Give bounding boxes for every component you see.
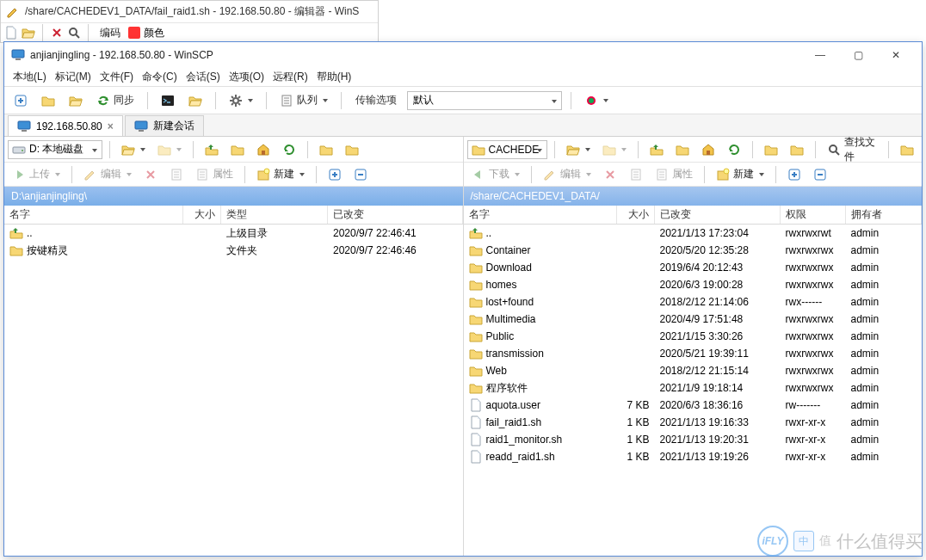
remote-file-list[interactable]: ..2021/1/13 17:23:04rwxrwxrwtadminContai… — [464, 225, 923, 556]
terminal-button[interactable] — [157, 90, 179, 111]
col-size[interactable]: 大小 — [183, 206, 221, 224]
local-panel: D: 本地磁盘 上传 编辑 属性 — [4, 137, 464, 556]
local-expand-button[interactable] — [324, 164, 346, 185]
list-item[interactable]: readd_raid1.sh1 KB2021/1/13 19:19:26rwxr… — [464, 448, 923, 465]
rcol-name[interactable]: 名字 — [464, 206, 617, 224]
queue-button[interactable]: 队列 — [275, 90, 332, 111]
menu-file[interactable]: 文件(F) — [100, 70, 133, 84]
remote-parent-button[interactable] — [645, 139, 668, 160]
rcol-rights[interactable]: 权限 — [781, 206, 846, 224]
menu-mark[interactable]: 标记(M) — [55, 70, 91, 84]
find-files-button[interactable]: 查找文件 — [823, 139, 882, 160]
btn-compare[interactable] — [37, 90, 59, 111]
list-item[interactable]: 程序软件2021/1/9 19:18:14rwxrwxrwxadmin — [464, 379, 923, 397]
col-type[interactable]: 类型 — [221, 206, 328, 224]
explorer-button[interactable] — [184, 90, 207, 111]
remote-delete-button[interactable] — [599, 164, 621, 185]
local-edit-button[interactable]: 编辑 — [79, 164, 136, 185]
remote-refresh-button[interactable] — [723, 139, 745, 160]
menu-help[interactable]: 帮助(H) — [317, 70, 352, 84]
col-name[interactable]: 名字 — [4, 206, 183, 224]
local-file-list[interactable]: ..上级目录2020/9/7 22:46:41按键精灵文件夹2020/9/7 2… — [4, 225, 463, 556]
menu-option[interactable]: 选项(O) — [229, 70, 264, 84]
list-item[interactable]: Web2018/2/12 21:15:14rwxrwxrwxadmin — [464, 362, 923, 379]
local-back-button[interactable] — [117, 139, 150, 160]
local-delete-button[interactable] — [139, 164, 162, 185]
download-button[interactable]: 下载 — [467, 164, 524, 185]
file-name: homes — [486, 279, 517, 291]
local-bookmark2[interactable] — [341, 139, 363, 160]
btn-sync-browse[interactable] — [65, 90, 87, 111]
local-root-button[interactable] — [226, 139, 249, 160]
list-item[interactable]: Multimedia2020/4/9 17:51:48rwxrwxrwxadmi… — [464, 311, 923, 328]
list-item[interactable]: homes2020/6/3 19:00:28rwxrwxrwxadmin — [464, 276, 923, 293]
local-props-button[interactable]: 属性 — [191, 164, 238, 185]
list-item[interactable]: Container2020/5/20 12:35:28rwxrwxrwxadmi… — [464, 242, 923, 259]
color-swatch[interactable] — [128, 27, 140, 39]
remote-new-button[interactable]: 新建 — [712, 164, 769, 185]
rcol-changed[interactable]: 已改变 — [655, 206, 781, 224]
up-icon — [9, 226, 23, 240]
menu-command[interactable]: 命令(C) — [142, 70, 177, 84]
remote-fwd-button[interactable] — [598, 139, 631, 160]
rcol-owner[interactable]: 拥有者 — [846, 206, 923, 224]
list-item[interactable]: Download2019/6/4 20:12:43rwxrwxrwxadmin — [464, 259, 923, 276]
remote-props-button[interactable]: 属性 — [651, 164, 697, 185]
remote-root-button[interactable] — [671, 139, 694, 160]
remote-drive-combo[interactable]: CACHEDE — [467, 140, 548, 159]
remote-edit-button[interactable]: 编辑 — [539, 164, 596, 185]
local-bookmark1[interactable] — [315, 139, 337, 160]
compare-icon — [41, 94, 55, 108]
btn-server-1[interactable] — [9, 90, 32, 111]
close-tab-icon[interactable]: × — [108, 120, 114, 132]
menu-local[interactable]: 本地(L) — [13, 70, 46, 84]
list-item[interactable]: ..上级目录2020/9/7 22:46:41 — [4, 225, 463, 242]
sync-button[interactable]: 同步 — [92, 90, 139, 111]
new-session-tab[interactable]: 新建会话 — [125, 115, 204, 136]
list-item[interactable]: 按键精灵文件夹2020/9/7 22:46:46 — [4, 242, 463, 259]
toggle-button[interactable] — [580, 90, 613, 111]
remote-home-button[interactable] — [697, 139, 719, 160]
local-collapse-button[interactable] — [349, 164, 372, 185]
local-parent-button[interactable] — [201, 139, 223, 160]
close-button[interactable]: ✕ — [877, 42, 915, 68]
transfer-preset-combo[interactable]: 默认 — [407, 91, 562, 110]
remote-bookmark2[interactable] — [786, 139, 808, 160]
encoding-label[interactable]: 编码 — [96, 23, 125, 42]
settings-button[interactable] — [225, 90, 257, 111]
remote-rename-button[interactable] — [625, 164, 647, 185]
list-item[interactable]: lost+found2018/2/12 21:14:06rwx------adm… — [464, 293, 923, 311]
remote-back-button[interactable] — [562, 139, 595, 160]
list-item[interactable]: raid1_monitor.sh1 KB2021/1/13 19:20:31rw… — [464, 431, 923, 448]
session-tab[interactable]: 192.168.50.80 × — [8, 115, 123, 136]
file-name: fail_raid1.sh — [486, 416, 542, 428]
local-path[interactable]: D:\anjianjingling\ — [4, 187, 463, 206]
list-item[interactable]: aquota.user7 KB2020/6/3 18:36:16rw------… — [464, 397, 923, 414]
remote-header[interactable]: 名字 大小 已改变 权限 拥有者 — [464, 206, 923, 225]
minimize-button[interactable]: — — [801, 42, 839, 68]
menu-remote[interactable]: 远程(R) — [273, 70, 308, 84]
local-home-button[interactable] — [252, 139, 275, 160]
rcol-size[interactable]: 大小 — [617, 206, 655, 224]
remote-bookmark1[interactable] — [760, 139, 782, 160]
local-new-button[interactable]: 新建 — [252, 164, 309, 185]
remote-collapse-button[interactable] — [809, 164, 831, 185]
remote-expand-button[interactable] — [783, 164, 806, 185]
col-changed[interactable]: 已改变 — [328, 206, 463, 224]
remote-extra-button[interactable] — [896, 139, 918, 160]
local-refresh-button[interactable] — [278, 139, 300, 160]
local-fwd-button[interactable] — [153, 139, 186, 160]
list-item[interactable]: transmission2020/5/21 19:39:11rwxrwxrwxa… — [464, 345, 923, 362]
local-rename-button[interactable] — [165, 164, 188, 185]
remote-path[interactable]: /share/CACHEDEV1_DATA/ — [464, 187, 923, 206]
local-header[interactable]: 名字 大小 类型 已改变 — [4, 206, 463, 225]
titlebar[interactable]: anjianjingling - 192.168.50.80 - WinSCP … — [4, 42, 922, 68]
menu-session[interactable]: 会话(S) — [186, 70, 220, 84]
menubar[interactable]: 本地(L) 标记(M) 文件(F) 命令(C) 会话(S) 选项(O) 远程(R… — [4, 68, 922, 87]
maximize-button[interactable]: ▢ — [839, 42, 877, 68]
list-item[interactable]: ..2021/1/13 17:23:04rwxrwxrwtadmin — [464, 225, 923, 242]
list-item[interactable]: fail_raid1.sh1 KB2021/1/13 19:16:33rwxr-… — [464, 414, 923, 431]
local-drive-combo[interactable]: D: 本地磁盘 — [8, 140, 102, 159]
list-item[interactable]: Public2021/1/15 3:30:26rwxrwxrwxadmin — [464, 328, 923, 345]
upload-button[interactable]: 上传 — [8, 164, 65, 185]
